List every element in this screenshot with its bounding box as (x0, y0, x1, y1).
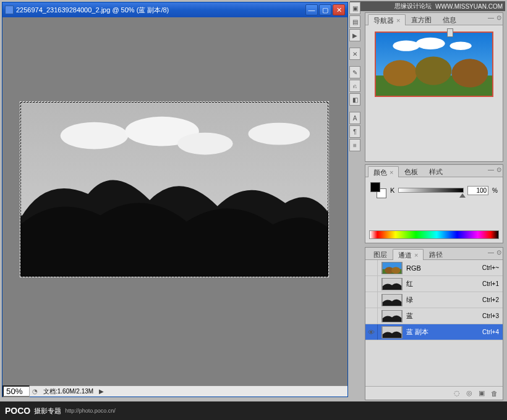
banner-title: 思缘设计论坛 (394, 2, 432, 10)
panel-menu-icon[interactable]: ⊙ (496, 249, 501, 256)
tab-swatches[interactable]: 色板 (399, 166, 424, 177)
channel-list: RGBCtrl+~红Ctrl+1绿Ctrl+2蓝Ctrl+3👁蓝 副本Ctrl+… (365, 260, 503, 386)
color-spectrum[interactable] (369, 230, 499, 239)
channel-to-selection-icon[interactable]: ◌ (454, 389, 460, 397)
slider-thumb[interactable] (447, 28, 453, 37)
channel-row[interactable]: 蓝Ctrl+3 (365, 308, 503, 324)
navigator-tabs: 导航器× 直方图 信息 —⊙ (365, 13, 503, 25)
svg-point-4 (249, 123, 310, 145)
channel-row[interactable]: 👁蓝 副本Ctrl+4 (365, 324, 503, 340)
channel-name: 红 (406, 279, 482, 288)
k-slider[interactable] (398, 188, 464, 193)
channel-shortcut: Ctrl+1 (482, 280, 499, 287)
color-panel: 颜色× 色板 样式 —⊙ K % (365, 164, 503, 243)
tool-btn-6[interactable]: ⎌ (349, 80, 360, 92)
svg-point-8 (416, 38, 445, 49)
svg-point-13 (451, 59, 488, 87)
visibility-toggle[interactable]: 👁 (365, 324, 378, 340)
tool-btn-5[interactable]: ✎ (349, 66, 360, 78)
status-arrow-icon[interactable]: ▶ (97, 388, 106, 395)
k-label: K (390, 187, 394, 194)
doc-size-label: 文档:1.60M/2.13M (40, 387, 97, 396)
app-icon (5, 6, 14, 14)
svg-point-12 (415, 56, 452, 85)
canvas-selection[interactable] (20, 101, 329, 277)
document-titlebar[interactable]: 2256974_231639284000_2.jpg @ 50% (蓝 副本/8… (2, 2, 347, 17)
footer-tag: 摄影专题 (34, 406, 61, 416)
navigator-preview[interactable] (375, 32, 493, 97)
footer-watermark: POCO 摄影专题 http://photo.poco.cn/ (0, 401, 507, 420)
channel-shortcut: Ctrl+3 (482, 313, 499, 319)
channel-thumbnail (381, 294, 403, 306)
panel-menu-icon[interactable]: ⊙ (496, 14, 501, 21)
tab-color[interactable]: 颜色× (368, 166, 399, 177)
footer-url: http://photo.poco.cn/ (65, 408, 116, 414)
channel-thumbnail (381, 326, 403, 338)
zoom-input[interactable] (2, 385, 30, 397)
panel-min-icon[interactable]: — (488, 14, 494, 21)
new-channel-icon[interactable]: ▣ (479, 389, 485, 397)
tab-channels[interactable]: 通道× (393, 249, 424, 260)
panel-menu-icon[interactable]: ⊙ (496, 166, 501, 173)
tool-btn-3[interactable]: ▶ (349, 29, 360, 41)
channels-footer: ◌ ◎ ▣ 🗑 (365, 386, 503, 400)
fg-bg-swatch[interactable] (370, 182, 386, 198)
fg-swatch[interactable] (370, 182, 380, 192)
close-icon[interactable]: × (414, 251, 418, 259)
channel-thumbnail (381, 310, 403, 322)
visibility-toggle[interactable] (365, 308, 378, 324)
close-icon[interactable]: × (396, 17, 400, 24)
slider-thumb[interactable] (459, 193, 466, 198)
status-icon: ◔ (30, 388, 40, 395)
status-bar: ◔ 文档:1.60M/2.13M ▶ (2, 385, 347, 397)
svg-point-11 (383, 60, 417, 86)
close-button[interactable]: ✕ (333, 4, 345, 15)
tab-info[interactable]: 信息 (437, 14, 462, 25)
visibility-toggle[interactable] (365, 292, 378, 308)
minimize-button[interactable]: — (305, 4, 318, 15)
tool-btn-7[interactable]: ◧ (349, 93, 360, 106)
svg-point-9 (449, 41, 471, 49)
document-window: 2256974_231639284000_2.jpg @ 50% (蓝 副本/8… (2, 2, 348, 397)
tab-navigator[interactable]: 导航器× (368, 14, 406, 25)
color-tabs: 颜色× 色板 样式 —⊙ (365, 165, 503, 177)
maximize-button[interactable]: ▢ (319, 4, 331, 15)
tab-layers[interactable]: 图层 (368, 248, 393, 259)
svg-point-3 (177, 133, 233, 155)
channels-tabs: 图层 通道× 路径 —⊙ (365, 248, 503, 260)
channels-panel: 图层 通道× 路径 —⊙ RGBCtrl+~红Ctrl+1绿Ctrl+2蓝Ctr… (365, 247, 503, 400)
tool-btn-8[interactable]: A (349, 112, 360, 124)
channel-name: RGB (406, 264, 482, 272)
canvas-area[interactable] (2, 17, 347, 385)
channel-row[interactable]: 红Ctrl+1 (365, 276, 503, 292)
channel-thumbnail (381, 278, 403, 290)
svg-point-7 (393, 41, 419, 51)
tool-btn-9[interactable]: ¶ (349, 125, 360, 138)
tool-btn-2[interactable]: ▤ (349, 15, 360, 28)
visibility-toggle[interactable] (365, 260, 378, 275)
save-selection-icon[interactable]: ◎ (466, 389, 472, 397)
channel-shortcut: Ctrl+~ (482, 264, 499, 271)
channel-row[interactable]: 绿Ctrl+2 (365, 292, 503, 308)
panel-min-icon[interactable]: — (488, 249, 494, 256)
k-value-input[interactable] (467, 186, 488, 195)
close-icon[interactable]: × (390, 169, 393, 176)
channel-thumbnail (381, 262, 403, 274)
tool-btn-1[interactable]: ▣ (349, 2, 360, 14)
svg-point-17 (391, 267, 400, 274)
channel-row[interactable]: RGBCtrl+~ (365, 260, 503, 276)
delete-channel-icon[interactable]: 🗑 (491, 390, 498, 397)
channel-shortcut: Ctrl+4 (482, 329, 499, 335)
navigator-panel: 导航器× 直方图 信息 —⊙ (365, 12, 503, 162)
visibility-toggle[interactable] (365, 276, 378, 292)
tab-paths[interactable]: 路径 (424, 248, 448, 259)
nav-zoom-slider[interactable] (410, 30, 487, 37)
tab-styles[interactable]: 样式 (424, 166, 448, 177)
tab-histogram[interactable]: 直方图 (406, 14, 437, 25)
svg-point-1 (61, 122, 129, 149)
dock-strip: ▣ ▤ ▶ ✕ ✎ ⎌ ◧ A ¶ ≡ (349, 2, 360, 153)
tool-btn-10[interactable]: ≡ (349, 139, 360, 151)
panel-min-icon[interactable]: — (488, 166, 494, 173)
tool-btn-4[interactable]: ✕ (349, 48, 360, 60)
banner-url: WWW.MISSYUAN.COM (435, 3, 503, 10)
